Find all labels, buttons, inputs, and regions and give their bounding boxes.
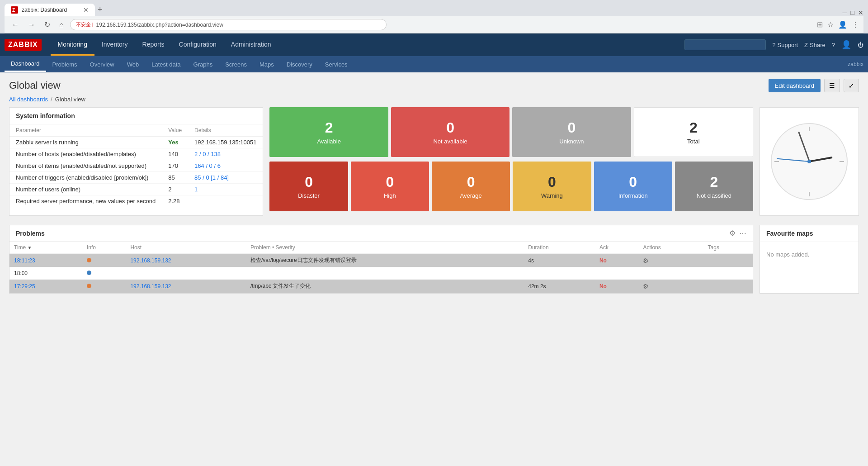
maximize-button[interactable]: □ [851,9,854,16]
info-cell [82,254,126,267]
problem-name: 检查/var/log/secure日志文件发现有错误登录 [250,257,357,263]
subnav-discovery[interactable]: Discovery [280,57,319,71]
share-icon: Z [804,42,808,48]
details-cell: 1 [188,184,263,195]
support-button[interactable]: ? Support [772,42,798,48]
sev-disaster-count: 0 [305,174,313,190]
ha-total-block: 2 Total [634,107,753,157]
host-link[interactable]: 192.168.159.132 [130,257,171,264]
problems-settings-button[interactable]: ⚙ [729,229,736,238]
sort-icon: ▼ [28,245,32,250]
close-tab-icon[interactable]: ✕ [83,6,89,14]
nav-reports[interactable]: Reports [135,34,172,56]
info-cell [82,280,126,293]
breadcrumb-current: Global view [55,96,85,103]
time-cell: 17:29:25 [9,280,82,293]
ack-cell: No [595,254,639,267]
availability-row: 2 Available 0 Not available 0 Unknown 2 … [269,107,753,157]
ha-not-available-label: Not available [433,138,467,145]
nav-configuration[interactable]: Configuration [172,34,224,56]
browser-actions: ⊞ ☆ 👤 ⋮ [817,20,859,29]
details-cell: 192.168.159.135:10051 [188,137,263,148]
value-cell: 140 [162,148,188,160]
active-tab[interactable]: Z zabbix: Dashboard ✕ [5,4,95,16]
subnav-screens[interactable]: Screens [219,57,253,71]
time-link[interactable]: 18:11:23 [14,257,35,264]
col-problem: Problem • Severity [246,242,524,254]
subnav-latest-data[interactable]: Latest data [145,57,187,71]
action-icon[interactable]: ⚙ [643,257,649,264]
sev-high-label: High [384,192,396,199]
nav-inventory[interactable]: Inventory [94,34,135,56]
details-cell: 2 / 0 / 138 [188,148,263,160]
browser-chrome: Z zabbix: Dashboard ✕ + ─ □ ✕ ← → ↻ ⌂ 不安… [0,0,868,33]
search-input[interactable] [684,39,766,50]
address-bar[interactable]: 不安全 | 192.168.159.135/zabbix.php?action=… [70,19,387,30]
duration-cell: 4s [524,254,595,267]
col-details: Details [188,124,263,137]
subnav-graphs[interactable]: Graphs [187,57,219,71]
minimize-button[interactable]: ─ [843,9,847,16]
subnav-overview[interactable]: Overview [84,57,121,71]
system-info-table: Parameter Value Details Zabbix server is… [9,124,263,207]
col-value: Value [162,124,188,137]
param-cell: Number of items (enabled/disabled/not su… [9,160,162,172]
subnav-problems[interactable]: Problems [46,57,84,71]
favicon: Z [11,6,18,14]
clock-center [807,160,811,163]
fav-maps-title: Favourite maps [760,225,859,242]
ha-not-available-block: 0 Not available [391,107,509,157]
nav-monitoring[interactable]: Monitoring [51,34,94,56]
close-window-button[interactable]: ✕ [858,9,863,16]
logout-button[interactable]: ⏻ [858,42,863,48]
problems-more-button[interactable]: ⋯ [739,229,746,238]
ha-not-available-count: 0 [446,119,454,136]
col-tags: Tags [703,242,753,254]
sev-warning-block: 0 Warning [513,162,591,211]
table-row: 17:29:25 192.168.159.132 /tmp/abc 文件发生了变… [9,280,753,293]
breadcrumb-all-dashboards[interactable]: All dashboards [9,96,48,103]
translate-icon[interactable]: ⊞ [817,20,823,29]
forward-button[interactable]: → [25,20,38,30]
sev-average-block: 0 Average [432,162,510,211]
table-row: Number of hosts (enabled/disabled/templa… [9,148,263,160]
subnav-services[interactable]: Services [319,57,354,71]
host-link[interactable]: 192.168.159.132 [130,283,171,290]
ha-available-label: Available [317,138,341,145]
help-button[interactable]: ? [832,42,835,48]
problem-cell: 检查/var/log/secure日志文件发现有错误登录 [246,254,524,267]
edit-dashboard-button[interactable]: Edit dashboard [769,79,821,92]
sev-high-count: 0 [386,174,394,190]
table-row: Required server performance, new values … [9,195,263,207]
share-button[interactable]: Z Share [804,42,826,48]
fullscreen-button[interactable]: ⤢ [844,79,859,92]
new-tab-button[interactable]: + [98,5,103,14]
nav-administration[interactable]: Administration [224,34,278,56]
action-icon[interactable]: ⚙ [643,283,649,290]
subnav-maps[interactable]: Maps [253,57,280,71]
info-dot-blue [87,271,91,275]
page-actions: Edit dashboard ☰ ⤢ [769,79,859,92]
user-icon[interactable]: 👤 [841,40,851,50]
main-content: System information Parameter Value Detai… [0,107,868,225]
back-button[interactable]: ← [9,20,22,30]
value-cell: 2.28 [162,195,188,207]
list-view-button[interactable]: ☰ [824,79,840,92]
ack-value[interactable]: No [599,283,607,290]
tab-title: zabbix: Dashboard [22,7,67,13]
details-cell: 164 / 0 / 6 [188,160,263,172]
page-title: Global view [9,80,61,91]
ack-value[interactable]: No [599,257,607,264]
table-row: 18:00 [9,267,753,280]
empty-cells [126,267,753,280]
subnav-dashboard[interactable]: Dashboard [5,57,46,72]
sev-not-classified-count: 2 [710,174,718,190]
more-icon[interactable]: ⋮ [852,20,859,29]
time-link[interactable]: 17:29:25 [14,283,35,290]
bookmark-icon[interactable]: ☆ [827,20,834,29]
reload-button[interactable]: ↻ [42,19,53,30]
ha-available-count: 2 [325,119,333,136]
profile-icon[interactable]: 👤 [838,20,847,29]
home-button[interactable]: ⌂ [57,20,66,30]
subnav-web[interactable]: Web [121,57,146,71]
